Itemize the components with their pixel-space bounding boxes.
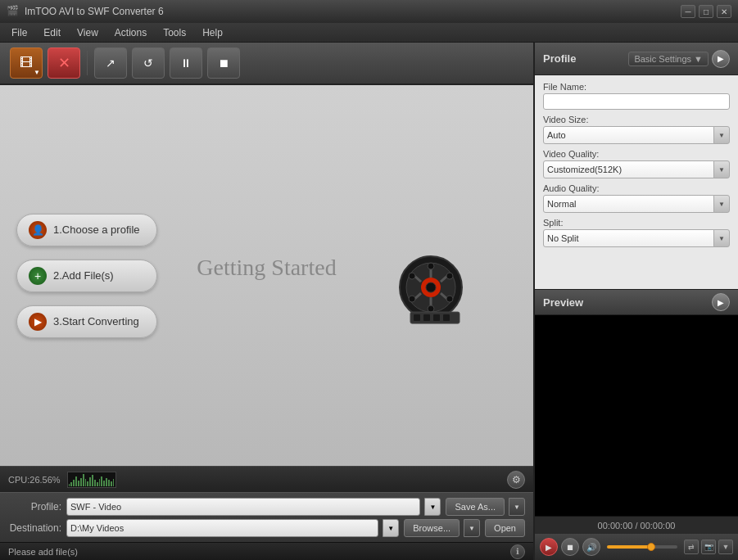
split-select[interactable]: No Split xyxy=(543,229,714,247)
menu-bar: File Edit View Actions Tools Help xyxy=(0,23,738,43)
video-size-select[interactable]: Auto xyxy=(543,126,714,144)
minimize-button[interactable]: ─ xyxy=(681,5,695,18)
profile-title: Profile xyxy=(543,52,628,65)
app-title: ImTOO AVI to SWF Converter 6 xyxy=(25,6,681,17)
profile-dropdown-arrow[interactable]: ▼ xyxy=(424,498,441,516)
menu-tools[interactable]: Tools xyxy=(155,25,194,40)
menu-edit[interactable]: Edit xyxy=(35,25,69,40)
browse-button[interactable]: Browse... xyxy=(404,519,460,537)
open-button[interactable]: Open xyxy=(485,519,525,537)
profile-row: Profile: SWF - Video ▼ Save As... ▼ xyxy=(8,498,525,516)
cpu-bar xyxy=(78,481,79,486)
video-quality-setting: Video Quality: Customized(512K) ▼ xyxy=(543,149,730,178)
status-bottom: Please add file(s) ℹ xyxy=(0,542,533,560)
menu-actions[interactable]: Actions xyxy=(106,25,155,40)
svg-point-13 xyxy=(446,296,453,302)
save-as-button[interactable]: Save As... xyxy=(446,498,505,516)
start-icon: ▶ xyxy=(29,313,47,331)
add-arrow-icon: ▼ xyxy=(34,69,40,76)
start-converting-button[interactable]: ▶ 3.Start Converting xyxy=(16,305,157,338)
preview-expand-button[interactable]: ▶ xyxy=(712,293,730,311)
destination-select[interactable]: D:\My Videos xyxy=(66,519,378,537)
video-size-arrow[interactable]: ▼ xyxy=(713,126,730,144)
cpu-bar xyxy=(80,478,82,486)
cpu-bar xyxy=(99,479,101,486)
destination-label: Destination: xyxy=(8,522,61,534)
cpu-bar xyxy=(97,482,98,486)
film-add-icon: 🎞 xyxy=(20,56,33,70)
menu-help[interactable]: Help xyxy=(194,25,231,40)
audio-quality-arrow[interactable]: ▼ xyxy=(713,195,730,213)
toolbar-separator xyxy=(87,51,88,75)
film-reel-svg xyxy=(394,253,468,327)
info-icon-button[interactable]: ℹ xyxy=(510,544,525,559)
preview-controls: ▶ ⏹ 🔊 ⇄ 📷 ▼ xyxy=(535,534,738,560)
file-name-setting: File Name: xyxy=(543,82,730,110)
svg-rect-20 xyxy=(443,314,450,321)
cpu-bar xyxy=(83,474,84,486)
split-setting: Split: No Split ▼ xyxy=(543,218,730,247)
browse-arrow-button[interactable]: ▼ xyxy=(464,519,480,537)
profile-settings: File Name: Video Size: Auto ▼ Video Qual… xyxy=(535,75,738,289)
split-arrow[interactable]: ▼ xyxy=(713,229,730,247)
video-size-label: Video Size: xyxy=(543,115,730,124)
video-quality-row: Customized(512K) ▼ xyxy=(543,160,730,178)
menu-file[interactable]: File xyxy=(3,25,35,40)
more-button[interactable]: ▼ xyxy=(718,540,733,554)
cpu-bar xyxy=(108,480,110,486)
basic-settings-button[interactable]: Basic Settings ▼ xyxy=(628,52,709,66)
refresh-icon: ↺ xyxy=(143,56,153,70)
content-area: Getting Started 👤 1.Choose a profile + 2… xyxy=(0,85,533,466)
maximize-button[interactable]: □ xyxy=(699,5,713,18)
audio-quality-label: Audio Quality: xyxy=(543,183,730,193)
profile-expand-button[interactable]: ▶ xyxy=(712,50,730,68)
cpu-graph xyxy=(67,472,116,488)
audio-quality-row: Normal ▼ xyxy=(543,195,730,213)
choose-profile-button[interactable]: 👤 1.Choose a profile xyxy=(16,214,157,246)
refresh-button[interactable]: ↺ xyxy=(132,47,165,79)
file-name-input[interactable] xyxy=(543,93,730,110)
video-quality-select[interactable]: Customized(512K) xyxy=(543,160,714,178)
stop-preview-button[interactable]: ⏹ xyxy=(561,538,579,556)
delete-button[interactable]: ✕ xyxy=(48,47,80,79)
destination-dropdown-arrow[interactable]: ▼ xyxy=(383,519,399,537)
cpu-bar xyxy=(94,480,96,486)
right-panel: Profile Basic Settings ▼ ▶ File Name: Vi… xyxy=(533,43,738,560)
audio-quality-select[interactable]: Normal xyxy=(543,195,714,213)
cpu-bar xyxy=(89,477,91,486)
settings-icon-button[interactable]: ⚙ xyxy=(507,471,525,489)
pause-icon: ⏸ xyxy=(180,56,192,70)
title-bar: 🎬 ImTOO AVI to SWF Converter 6 ─ □ ✕ xyxy=(0,0,738,23)
film-reel-graphic xyxy=(394,253,468,329)
profile-icon: 👤 xyxy=(29,221,47,239)
stop-button[interactable]: ⏹ xyxy=(207,47,240,79)
svg-point-3 xyxy=(426,282,436,292)
svg-rect-18 xyxy=(423,314,430,321)
svg-point-14 xyxy=(409,296,415,302)
screenshot-button[interactable]: 📷 xyxy=(701,540,716,554)
profile-select[interactable]: SWF - Video xyxy=(66,498,420,516)
volume-thumb[interactable] xyxy=(647,543,655,551)
video-quality-arrow[interactable]: ▼ xyxy=(713,160,730,178)
save-arrow-button[interactable]: ▼ xyxy=(509,498,525,516)
volume-slider[interactable] xyxy=(607,545,677,549)
export-button[interactable]: ↗ xyxy=(94,47,127,79)
volume-button[interactable]: 🔊 xyxy=(582,538,600,556)
file-name-label: File Name: xyxy=(543,82,730,92)
close-button[interactable]: ✕ xyxy=(717,5,731,18)
cpu-bar xyxy=(75,476,77,486)
svg-point-15 xyxy=(446,273,453,279)
add-files-button[interactable]: + 2.Add File(s) xyxy=(16,260,157,292)
cpu-bar xyxy=(69,484,70,486)
preview-extra-buttons: ⇄ 📷 ▼ xyxy=(684,540,733,554)
add-file-button[interactable]: 🎞 ▼ xyxy=(10,47,43,79)
swap-button[interactable]: ⇄ xyxy=(684,540,699,554)
add-files-label: 2.Add File(s) xyxy=(53,269,114,282)
play-button[interactable]: ▶ xyxy=(540,538,558,556)
menu-view[interactable]: View xyxy=(69,25,106,40)
svg-point-11 xyxy=(428,305,434,312)
export-icon: ↗ xyxy=(106,56,115,70)
choose-profile-label: 1.Choose a profile xyxy=(53,224,140,236)
cpu-bar xyxy=(103,481,105,486)
pause-button[interactable]: ⏸ xyxy=(170,47,202,79)
